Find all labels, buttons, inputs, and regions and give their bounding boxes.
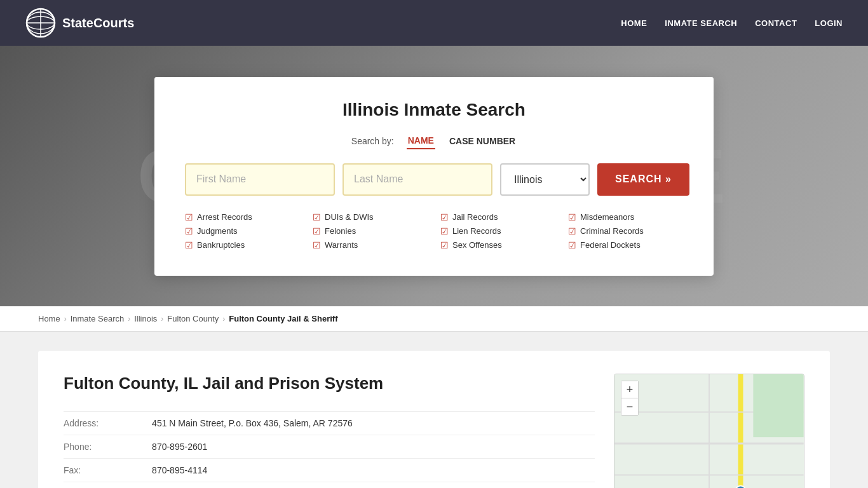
- checkbox-item: ☑Warrants: [313, 240, 428, 250]
- facebook-row: Facebook: https://www.facebook.com/Fulto…: [64, 482, 595, 489]
- tab-case-number[interactable]: CASE NUMBER: [448, 133, 517, 149]
- search-by-row: Search by: NAME CASE NUMBER: [185, 133, 683, 149]
- breadcrumb-inmate-search[interactable]: Inmate Search: [71, 314, 125, 323]
- check-icon: ☑: [313, 240, 321, 250]
- svg-rect-11: [753, 374, 803, 437]
- check-icon: ☑: [440, 240, 449, 250]
- search-by-label: Search by:: [351, 136, 394, 146]
- checkbox-item: ☑Judgments: [185, 226, 300, 236]
- hero-section: COURTHOUSE Illinois Inmate Search Search…: [0, 46, 868, 306]
- logo-text: StateCourts: [62, 16, 134, 30]
- page-heading: Fulton County, IL Jail and Prison System: [64, 374, 595, 393]
- search-card: Illinois Inmate Search Search by: NAME C…: [154, 77, 714, 276]
- checkbox-label: Misdemeanors: [580, 212, 634, 222]
- checkbox-item: ☑Jail Records: [440, 212, 555, 222]
- breadcrumb-sep-3: ›: [161, 315, 163, 323]
- address-value: 451 N Main Street, P.o. Box 436, Salem, …: [152, 412, 595, 435]
- map-zoom-out[interactable]: −: [621, 398, 638, 415]
- check-icon: ☑: [185, 226, 193, 236]
- checkbox-item: ☑Bankruptcies: [185, 240, 300, 250]
- checkbox-item: ☑Criminal Records: [568, 226, 683, 236]
- nav-login[interactable]: LOGIN: [815, 18, 843, 28]
- check-icon: ☑: [185, 212, 193, 222]
- search-inputs-row: Illinois Alabama Alaska Arizona Arkansas…: [185, 163, 683, 196]
- map-zoom-in[interactable]: +: [621, 381, 638, 398]
- address-row: Address: 451 N Main Street, P.o. Box 436…: [64, 412, 595, 435]
- checkbox-label: Bankruptcies: [197, 240, 245, 250]
- checkboxes-grid: ☑Arrest Records☑DUIs & DWIs☑Jail Records…: [185, 212, 683, 250]
- map-container: + −: [614, 374, 804, 488]
- check-icon: ☑: [440, 226, 449, 236]
- check-icon: ☑: [568, 240, 576, 250]
- address-label: Address:: [64, 412, 152, 435]
- search-card-title: Illinois Inmate Search: [185, 100, 683, 120]
- checkbox-label: Criminal Records: [580, 226, 644, 236]
- map-controls: + −: [621, 381, 639, 416]
- checkbox-label: Federal Dockets: [580, 240, 641, 250]
- check-icon: ☑: [313, 212, 321, 222]
- breadcrumb-sep-2: ›: [128, 315, 130, 323]
- checkbox-item: ☑DUIs & DWIs: [313, 212, 428, 222]
- nav-home[interactable]: HOME: [621, 18, 647, 28]
- checkbox-item: ☑Federal Dockets: [568, 240, 683, 250]
- breadcrumb-current: Fulton County Jail & Sheriff: [229, 314, 337, 323]
- checkbox-item: ☑Misdemeanors: [568, 212, 683, 222]
- check-icon: ☑: [568, 212, 576, 222]
- info-table: Address: 451 N Main Street, P.o. Box 436…: [64, 411, 595, 488]
- breadcrumb-home[interactable]: Home: [38, 314, 60, 323]
- breadcrumb-sep-4: ›: [222, 315, 225, 323]
- fax-label: Fax:: [64, 459, 152, 482]
- logo-icon: [25, 8, 56, 38]
- facebook-label: Facebook:: [64, 482, 152, 489]
- checkbox-label: Arrest Records: [197, 212, 252, 222]
- checkbox-label: Felonies: [325, 226, 356, 236]
- checkbox-item: ☑Felonies: [313, 226, 428, 236]
- navigation: HOME INMATE SEARCH CONTACT LOGIN: [621, 18, 843, 28]
- header: StateCourts HOME INMATE SEARCH CONTACT L…: [0, 0, 868, 46]
- first-name-input[interactable]: [185, 163, 335, 196]
- phone-row: Phone: 870-895-2601: [64, 435, 595, 459]
- breadcrumb-sep-1: ›: [64, 315, 67, 323]
- nav-inmate-search[interactable]: INMATE SEARCH: [665, 18, 737, 28]
- fax-value: 870-895-4114: [152, 459, 595, 482]
- checkbox-label: Sex Offenses: [452, 240, 502, 250]
- check-icon: ☑: [185, 240, 193, 250]
- checkbox-label: Lien Records: [452, 226, 501, 236]
- checkbox-label: Jail Records: [452, 212, 498, 222]
- last-name-input[interactable]: [342, 163, 492, 196]
- facebook-value: https://www.facebook.com/Fulton-County-S…: [152, 482, 595, 489]
- checkbox-item: ☑Arrest Records: [185, 212, 300, 222]
- map-svg: [614, 374, 804, 488]
- fax-row: Fax: 870-895-4114: [64, 459, 595, 482]
- content-area: Fulton County, IL Jail and Prison System…: [0, 332, 868, 488]
- logo[interactable]: StateCourts: [25, 8, 134, 38]
- breadcrumb: Home › Inmate Search › Illinois › Fulton…: [0, 306, 868, 332]
- state-select[interactable]: Illinois Alabama Alaska Arizona Arkansas…: [500, 163, 590, 196]
- content-left: Fulton County, IL Jail and Prison System…: [64, 374, 595, 488]
- tab-name[interactable]: NAME: [407, 133, 435, 149]
- checkbox-label: Judgments: [197, 226, 238, 236]
- check-icon: ☑: [568, 226, 576, 236]
- search-button[interactable]: SEARCH »: [597, 163, 689, 196]
- breadcrumb-fulton-county[interactable]: Fulton County: [167, 314, 219, 323]
- check-icon: ☑: [313, 226, 321, 236]
- content-card: Fulton County, IL Jail and Prison System…: [38, 351, 830, 488]
- check-icon: ☑: [440, 212, 449, 222]
- checkbox-label: Warrants: [325, 240, 358, 250]
- checkbox-item: ☑Sex Offenses: [440, 240, 555, 250]
- nav-contact[interactable]: CONTACT: [755, 18, 797, 28]
- phone-value: 870-895-2601: [152, 435, 595, 459]
- checkbox-label: DUIs & DWIs: [325, 212, 374, 222]
- checkbox-item: ☑Lien Records: [440, 226, 555, 236]
- breadcrumb-illinois[interactable]: Illinois: [134, 314, 157, 323]
- phone-label: Phone:: [64, 435, 152, 459]
